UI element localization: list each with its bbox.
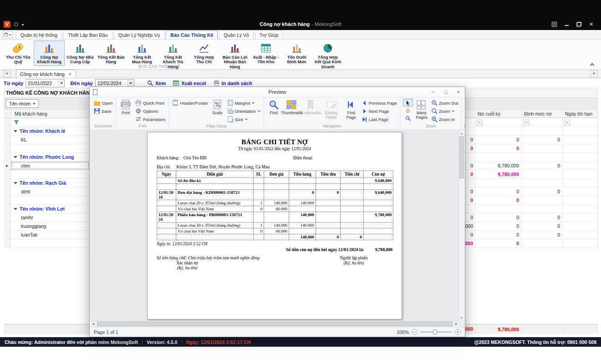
chevron-down-icon[interactable]	[58, 80, 64, 87]
tab-close-icon[interactable]: ✕	[68, 72, 72, 76]
group-chip[interactable]: Tên nhóm	[6, 99, 39, 108]
zoom-button[interactable]: Zoom	[430, 107, 459, 115]
grid-row-data[interactable]: luanTak	[4, 231, 89, 239]
column-header-ending-debt[interactable]: Nợ cuối kỳ	[475, 110, 522, 118]
zoom-slider-thumb[interactable]	[433, 329, 437, 334]
money-chart-icon: $	[12, 42, 24, 54]
ribbon-collapse-icon[interactable]	[590, 63, 594, 66]
last-page-button[interactable]: Last Page	[361, 115, 398, 123]
previous-page-button[interactable]: Previous Page	[361, 99, 398, 107]
toolbar-customize-icon[interactable]	[21, 24, 24, 27]
find-button[interactable]: Find	[266, 99, 281, 115]
first-page-button[interactable]: First Page	[343, 99, 359, 120]
page-color-button[interactable]	[464, 99, 465, 107]
view-button[interactable]: Xem	[147, 80, 166, 86]
document-tab[interactable]: Công nợ khách hàng ✕	[16, 70, 76, 78]
preview-horizontal-scrollbar[interactable]: ◀ ▶	[90, 321, 459, 327]
close-button[interactable]: ×	[589, 22, 594, 27]
magnifier-tool-button[interactable]	[403, 114, 413, 122]
zoom-out-button[interactable]: Zoom Out	[430, 99, 459, 107]
zoom-out-icon[interactable]: −	[412, 329, 418, 335]
grid-row-group[interactable]: Tên nhóm: Khách lẻ	[4, 127, 89, 136]
scroll-up-icon[interactable]: ▲	[459, 131, 464, 136]
scale-button[interactable]: Scale	[210, 99, 225, 115]
preview-vertical-scrollbar[interactable]: ▲ ▼	[458, 131, 464, 321]
minimize-button[interactable]	[564, 22, 569, 27]
window-titlebar: V Công nợ khách hàng- MekongSoft ×	[0, 0, 601, 30]
filter-equals-icon[interactable]	[564, 120, 570, 126]
grid-row-group[interactable]: Tên nhóm: Phước Long	[4, 153, 89, 162]
column-header-customer-code[interactable]: Mã khách hàng	[11, 110, 89, 118]
from-date-input[interactable]: 01/01/2022	[25, 79, 65, 87]
grid-row-data[interactable]: KL	[4, 136, 89, 144]
pointer-tool-button[interactable]	[403, 99, 413, 106]
column-header-debt-limit[interactable]: Định mức nợ	[522, 110, 563, 118]
grid-row-group[interactable]: Tên nhóm: Rạch Giá	[4, 179, 89, 187]
preview-canvas[interactable]: BẢNG CHI TIẾT NỢ Từ ngày 01/01/2022 đến …	[90, 131, 459, 321]
ribbon-tab-1[interactable]: Thiết Lập Ban Đầu	[63, 30, 112, 39]
size-button[interactable]: Size	[226, 115, 261, 123]
thumbnails-button[interactable]: Thumbnails	[282, 99, 300, 115]
close-all-tabs-button[interactable]: ✕	[4, 71, 10, 77]
preview-titlebar[interactable]: Preview − □ ×	[90, 87, 465, 97]
to-date-input[interactable]: 12/01/2024	[95, 79, 134, 87]
grid-row-group[interactable]: Tên nhóm: Vĩnh Lợi	[4, 205, 89, 213]
filter-equals-icon[interactable]	[523, 120, 529, 126]
close-tab-button[interactable]: ✕	[591, 71, 597, 77]
preview-title: Preview	[90, 89, 465, 95]
window-menu-button[interactable]	[3, 31, 13, 38]
scroll-down-icon[interactable]: ▼	[459, 315, 464, 321]
ribbon-tab-0[interactable]: Quản trị hệ thống	[16, 30, 62, 39]
ribbon-item-4[interactable]: Tổng Kết Mua Hàng	[127, 40, 158, 66]
ribbon-item-8[interactable]: Xuất - Nhập - Tồn Kho	[250, 40, 281, 66]
ribbon-tab-4[interactable]: Quản Lý Vỏ	[219, 30, 253, 39]
quick-print-button[interactable]: Quick Print	[134, 99, 166, 107]
ribbon-tab-3[interactable]: Báo Cáo Thống Kê	[166, 30, 218, 39]
bookmarks-button[interactable]: Bookmarks	[302, 99, 320, 115]
grid-row-data[interactable]: tamhr	[4, 213, 89, 222]
column-header-due-date[interactable]: Ngày tới hạn	[563, 110, 597, 118]
many-pages-button[interactable]: Many Pages	[414, 99, 429, 120]
grid-row-data[interactable]: truonggiang	[4, 222, 89, 231]
header-footer-button[interactable]: Header/Footer	[171, 99, 209, 107]
ribbon-tab-2[interactable]: Quản Lý Nghiệp Vụ	[114, 30, 165, 39]
ribbon-item-9[interactable]: Tồn Dưới Định Mức	[281, 40, 312, 66]
export-excel-button[interactable]: Xuất excel	[173, 80, 206, 86]
watermark-button[interactable]	[464, 107, 465, 115]
zoom-in-button[interactable]: Zoom In	[430, 115, 459, 123]
scroll-left-icon[interactable]: ◀	[90, 322, 96, 326]
preview-maximize-button[interactable]: □	[439, 87, 452, 97]
print-list-button[interactable]: In danh sách	[214, 80, 252, 86]
grid-row-data[interactable]: stmt	[4, 187, 89, 196]
preview-close-button[interactable]: ×	[452, 87, 465, 97]
zoom-in-icon[interactable]: +	[455, 329, 461, 335]
options-button[interactable]: Options	[134, 107, 166, 115]
next-page-button[interactable]: Next Page	[361, 107, 398, 115]
parameters-button[interactable]: Parameters	[134, 115, 166, 123]
orientation-button[interactable]: Orientation	[226, 107, 261, 115]
ribbon-item-2[interactable]: Công Nợ Nhà Cung Cấp	[65, 40, 96, 66]
restore-button[interactable]	[576, 22, 581, 27]
grid-row-data[interactable]: ▸cteo	[4, 162, 89, 170]
ribbon-tab-5[interactable]: Trợ Giúp	[255, 30, 283, 39]
save-button[interactable]: Save	[93, 107, 113, 115]
editing-fields-button[interactable]: Editing Fields	[321, 99, 342, 120]
quick-access-icon[interactable]	[14, 22, 18, 26]
preview-minimize-button[interactable]: −	[427, 87, 439, 97]
ribbon-item-1[interactable]: Công Nợ Khách Hàng	[34, 40, 65, 66]
hand-tool-button[interactable]	[403, 106, 413, 114]
print-button[interactable]: Print	[118, 99, 133, 115]
ribbon-item-6[interactable]: Tổng Hợp Thu Chi	[188, 40, 219, 66]
zoom-slider[interactable]	[420, 331, 452, 333]
fit-screen-button[interactable]	[552, 22, 557, 27]
auto-filter-cell[interactable]	[11, 118, 89, 126]
chevron-down-icon[interactable]	[127, 80, 134, 87]
grid-values-row	[465, 179, 597, 187]
scrollbar-thumb[interactable]	[459, 136, 464, 178]
margins-button[interactable]: Margins	[226, 99, 261, 107]
open-button[interactable]: Open	[93, 99, 113, 107]
filter-equals-icon[interactable]	[477, 120, 483, 126]
ribbon-item-0[interactable]: $Thu Chi Tồn Quỹ	[3, 40, 34, 66]
ribbon-item-3[interactable]: Tổng Kết Bán Hàng	[96, 40, 127, 66]
scrollbar-thumb[interactable]	[97, 322, 453, 326]
